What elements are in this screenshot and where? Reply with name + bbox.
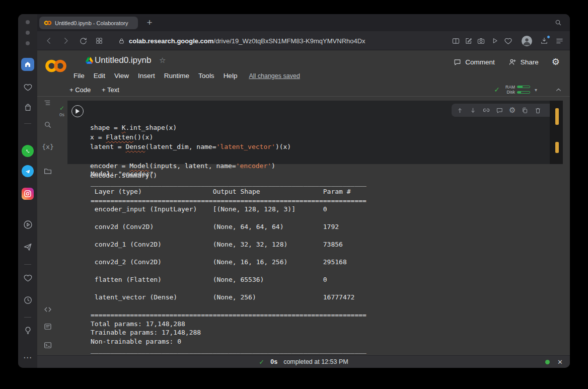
menu-file[interactable]: File (69, 72, 89, 80)
shopping-bag-button[interactable] (18, 103, 37, 112)
run-cell-button[interactable] (71, 105, 84, 117)
warning-marker (555, 142, 559, 153)
collapse-chevron-icon[interactable] (554, 86, 563, 94)
bag-icon (23, 103, 33, 112)
ram-label: RAM (504, 85, 515, 90)
url-field[interactable]: colab.research.google.com/drive/19_Wz0tq… (129, 31, 365, 50)
split-view-icon (452, 37, 460, 45)
favorite-button[interactable] (500, 31, 516, 50)
telegram-icon (22, 165, 34, 177)
sidebar-terminal-button[interactable] (42, 341, 54, 350)
strip-divider (24, 264, 31, 265)
save-status[interactable]: All changes saved (249, 72, 300, 80)
move-up-icon[interactable] (456, 107, 464, 114)
grid-icon (95, 37, 103, 45)
instagram-icon (22, 188, 34, 200)
downloads-button[interactable] (537, 31, 552, 50)
tls-lock[interactable] (114, 31, 129, 50)
media-app-button[interactable] (18, 219, 37, 230)
colab-logo[interactable] (44, 58, 67, 76)
sidebar-palette-button[interactable] (42, 322, 54, 331)
sidebar-search-button[interactable] (42, 120, 54, 129)
window-control-dot-3[interactable] (26, 41, 30, 45)
likes-button[interactable] (18, 273, 37, 283)
panel-lines-icon (43, 322, 52, 331)
menu-runtime[interactable]: Runtime (160, 72, 194, 80)
run-play-icon (75, 108, 80, 114)
whatsapp-app-button[interactable] (18, 145, 37, 157)
comment-icon[interactable] (496, 107, 503, 114)
browser-window: ⋯ Untitled0.ipynb - Colaboratory + (18, 14, 570, 368)
link-icon[interactable] (482, 106, 490, 114)
window-control-dot-2[interactable] (26, 31, 30, 35)
reload-button[interactable] (76, 31, 91, 50)
resources-area[interactable]: ✓ RAM Disk ▾ (494, 83, 563, 96)
screenshot-button[interactable] (473, 31, 488, 50)
instagram-app-button[interactable] (18, 188, 37, 200)
telegram-app-button[interactable] (18, 165, 37, 177)
menu-tools[interactable]: Tools (194, 72, 219, 80)
reload-icon (79, 37, 88, 45)
settings-gear-icon[interactable]: ⚙ (552, 56, 560, 67)
sidebar-toc-button[interactable] (42, 99, 54, 108)
close-status-button[interactable]: ✕ (557, 358, 563, 366)
sidebar-snippets-button[interactable] (42, 305, 54, 314)
comment-icon (453, 58, 462, 66)
forward-button[interactable] (58, 31, 74, 50)
screen: ⋯ Untitled0.ipynb - Colaboratory + (0, 0, 588, 389)
tab-bar: Untitled0.ipynb - Colaboratory + (37, 14, 570, 31)
camera-icon (477, 37, 485, 45)
profile-button[interactable] (519, 31, 534, 50)
header-actions: Comment Share ⚙ (453, 56, 560, 67)
search-icon (554, 19, 562, 27)
warning-marker (555, 108, 559, 125)
share-button[interactable]: Share (508, 57, 539, 66)
messages-app-button[interactable] (18, 242, 37, 252)
menu-help[interactable]: Help (219, 72, 242, 80)
new-tab-button[interactable]: + (143, 15, 156, 30)
star-icon[interactable]: ☆ (159, 56, 166, 65)
favorites-heart-button[interactable] (18, 83, 37, 92)
cell-toolbar: ⚙ ⋮ (452, 104, 559, 117)
add-text-button[interactable]: + Text (102, 83, 119, 96)
lightbulb-icon (23, 326, 33, 335)
browser-tab[interactable]: Untitled0.ipynb - Colaboratory (39, 17, 138, 29)
move-down-icon[interactable] (469, 107, 477, 114)
menu-edit[interactable]: Edit (89, 72, 110, 80)
lock-icon (118, 37, 125, 45)
history-button[interactable] (18, 295, 37, 305)
folder-icon (43, 167, 52, 176)
colab-favicon (44, 20, 52, 26)
code-cell[interactable]: shape = K.int_shape(x)x = Flatten()(x)la… (67, 101, 563, 164)
back-button[interactable] (41, 31, 56, 50)
menu-view[interactable]: View (110, 72, 133, 80)
add-code-button[interactable]: + Code (69, 83, 91, 96)
tab-search-button[interactable] (551, 14, 566, 31)
browser-side-strip: ⋯ (18, 14, 37, 368)
tab-overview-button[interactable] (92, 31, 107, 50)
window-control-dot-1[interactable] (26, 20, 30, 24)
notebook-title[interactable]: Untitled0.ipynb (95, 55, 151, 65)
home-icon (21, 58, 34, 71)
home-app-button[interactable] (18, 58, 37, 71)
sidebar-toggle-button[interactable] (552, 31, 567, 50)
heart-icon (23, 83, 33, 92)
strip-more-button[interactable]: ⋯ (18, 352, 37, 363)
editor-overview-ruler[interactable] (550, 101, 563, 164)
comment-button[interactable]: Comment (453, 58, 495, 66)
terminal-icon (43, 341, 52, 350)
sidebar-variables-button[interactable]: {x} (42, 143, 54, 150)
sidebar-files-button[interactable] (42, 167, 54, 176)
caret-down-icon[interactable]: ▾ (535, 87, 537, 93)
cell-settings-icon[interactable]: ⚙ (509, 106, 516, 115)
ram-disk-meters[interactable]: RAM Disk (504, 85, 530, 95)
ideas-button[interactable] (18, 326, 37, 335)
cell-exec-indicator: ✓ 0s (56, 105, 67, 118)
play-circle-icon (23, 219, 33, 230)
strip-divider (24, 123, 31, 124)
tab-title: Untitled0.ipynb - Colaboratory (55, 20, 128, 26)
ellipsis-icon: ⋯ (23, 352, 32, 363)
menu-insert[interactable]: Insert (133, 72, 160, 80)
trash-icon[interactable] (534, 107, 542, 114)
copy-icon[interactable] (521, 107, 529, 114)
